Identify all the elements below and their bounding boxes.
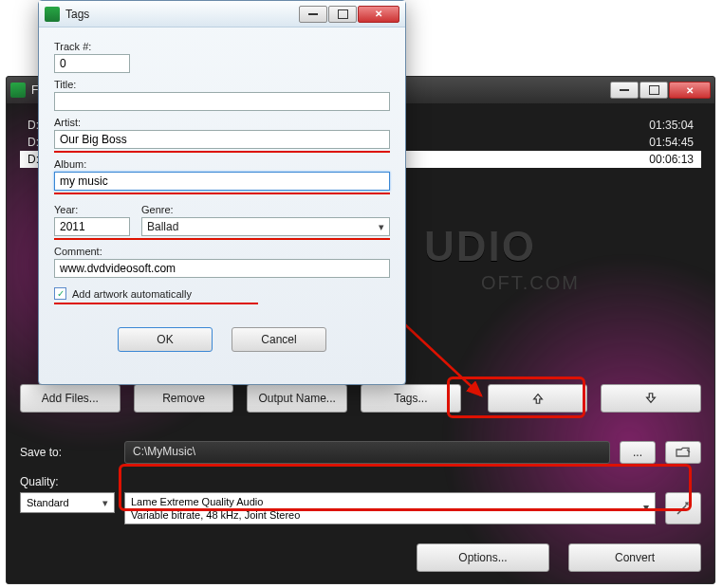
annotation-highlight	[447, 377, 585, 418]
artist-label: Artist:	[54, 117, 390, 128]
minimize-button[interactable]	[610, 82, 639, 99]
dialog-titlebar[interactable]: Tags	[39, 1, 405, 28]
title-input[interactable]	[54, 92, 390, 111]
add-artwork-label: Add artwork automatically	[72, 288, 192, 300]
tags-button[interactable]: Tags...	[361, 384, 461, 413]
year-input[interactable]	[54, 217, 130, 236]
output-name-button[interactable]: Output Name...	[247, 384, 347, 413]
arrow-down-icon	[644, 392, 658, 405]
album-input[interactable]	[54, 172, 390, 191]
open-folder-button[interactable]	[665, 441, 701, 464]
remove-button[interactable]: Remove	[134, 384, 234, 413]
bottom-buttons-row: Options... Convert	[20, 543, 701, 572]
save-to-label: Save to:	[20, 446, 115, 459]
genre-select[interactable]: Ballad	[141, 217, 390, 236]
title-label: Title:	[54, 79, 390, 90]
chevron-down-icon	[379, 220, 384, 233]
genre-value: Ballad	[147, 220, 178, 233]
annotation-highlight	[119, 464, 692, 511]
options-button[interactable]: Options...	[417, 543, 549, 572]
close-button[interactable]	[669, 82, 711, 99]
artist-input[interactable]	[54, 130, 390, 149]
annotation-underline	[54, 193, 390, 194]
app-icon	[45, 7, 60, 22]
annotation-underline	[54, 303, 258, 304]
file-duration: 01:35:04	[627, 119, 694, 132]
cancel-button[interactable]: Cancel	[232, 327, 326, 352]
add-files-button[interactable]: Add Files...	[20, 384, 120, 413]
add-artwork-checkbox[interactable]: ✓	[54, 287, 66, 300]
chevron-down-icon	[102, 497, 108, 509]
brand-subtext: OFT.COM	[481, 272, 580, 294]
dialog-close-button[interactable]	[358, 6, 399, 23]
file-duration: 00:06:13	[627, 153, 694, 166]
album-label: Album:	[54, 158, 390, 170]
comment-label: Comment:	[54, 246, 390, 257]
quality-preset-select[interactable]: Standard	[20, 492, 115, 513]
dialog-maximize-button[interactable]	[328, 6, 357, 23]
annotation-underline	[54, 151, 390, 153]
file-duration: 01:54:45	[627, 136, 694, 149]
browse-button[interactable]: ...	[620, 441, 656, 464]
action-buttons-row: Add Files... Remove Output Name... Tags.…	[20, 384, 701, 413]
year-label: Year:	[54, 204, 130, 215]
folder-open-icon	[676, 447, 691, 458]
maximize-button[interactable]	[640, 82, 668, 99]
convert-button[interactable]: Convert	[568, 543, 701, 572]
tags-dialog: Tags Track #: Title: Artist: Album: Year…	[38, 0, 406, 385]
track-input[interactable]	[54, 54, 130, 73]
dialog-minimize-button[interactable]	[299, 6, 327, 23]
save-to-path[interactable]: C:\MyMusic\	[124, 441, 610, 464]
genre-label: Genre:	[141, 204, 390, 215]
annotation-underline	[54, 238, 390, 240]
save-to-row: Save to: C:\MyMusic\ ...	[20, 441, 701, 464]
brand-text: UDIO	[424, 223, 536, 270]
quality-preset-value: Standard	[27, 497, 69, 508]
comment-input[interactable]	[54, 259, 390, 278]
move-down-button[interactable]	[601, 384, 701, 413]
ok-button[interactable]: OK	[118, 327, 213, 352]
track-label: Track #:	[54, 41, 390, 52]
dialog-body: Track #: Title: Artist: Album: Year: Gen…	[39, 28, 405, 363]
dialog-title: Tags	[65, 8, 299, 21]
quality-label: Quality:	[20, 475, 115, 488]
